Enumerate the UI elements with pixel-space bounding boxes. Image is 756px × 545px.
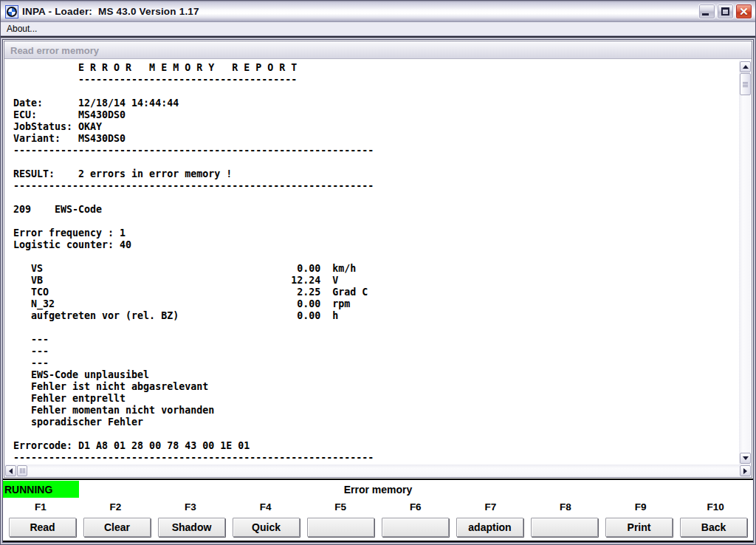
thumb-grip — [20, 468, 25, 473]
read-button[interactable]: Read — [9, 518, 76, 537]
fkey-cell-f5 — [303, 518, 378, 538]
empty-f6-button[interactable] — [382, 518, 449, 537]
clear-button[interactable]: Clear — [83, 518, 151, 537]
fkey-cell-f10: Back — [676, 518, 751, 538]
shadow-button[interactable]: Shadow — [158, 518, 225, 537]
fkey-cell-f8 — [527, 518, 602, 538]
arrow-down-icon — [743, 456, 749, 460]
minimize-icon — [702, 13, 709, 16]
close-icon: ✕ — [736, 4, 752, 18]
quick-button[interactable]: Quick — [233, 518, 300, 537]
fkey-cell-f3: Shadow — [154, 518, 229, 538]
fkey-label-f6: F6 — [378, 501, 453, 516]
fkey-label-f8: F8 — [528, 501, 603, 516]
screen-title: Error memory — [3, 480, 753, 496]
app-window: INPA - Loader: MS 43.0 Version 1.17 ✕ Ab… — [0, 0, 756, 545]
status-row: RUNNING Error memory — [3, 480, 753, 499]
read-error-memory-panel: Read error memory E R R O R M E M O R Y … — [4, 41, 752, 478]
error-memory-report: E R R O R M E M O R Y R E P O R T ------… — [4, 59, 752, 464]
fkey-cell-f2: Clear — [80, 518, 154, 538]
fkey-label-row: F1F2F3F4F5F6F7F8F9F10 — [3, 501, 753, 516]
maximize-button[interactable] — [717, 4, 734, 19]
scroll-left-button[interactable] — [5, 465, 16, 476]
fkey-label-f7: F7 — [453, 501, 529, 516]
close-button[interactable]: ✕ — [735, 4, 752, 19]
report-view: E R R O R M E M O R Y R E P O R T ------… — [4, 59, 752, 465]
title-bar: INPA - Loader: MS 43.0 Version 1.17 ✕ — [1, 1, 755, 22]
window-title: INPA - Loader: MS 43.0 Version 1.17 — [22, 6, 695, 17]
scroll-down-button[interactable] — [740, 453, 751, 464]
fkey-cell-f1: Read — [5, 518, 80, 538]
fkey-label-f3: F3 — [153, 501, 228, 516]
fkey-cell-f4: Quick — [229, 518, 303, 538]
arrow-up-icon — [743, 65, 749, 69]
adaption-button[interactable]: adaption — [456, 518, 523, 537]
minimize-button[interactable] — [698, 4, 715, 19]
fkey-label-f1: F1 — [3, 501, 78, 516]
window-body: Read error memory E R R O R M E M O R Y … — [1, 36, 755, 544]
fkey-cell-f9: Print — [602, 518, 676, 538]
empty-f5-button[interactable] — [307, 518, 374, 537]
fkey-label-f2: F2 — [78, 501, 154, 516]
thumb-grip — [743, 82, 748, 87]
bmw-roundel — [7, 7, 17, 17]
scroll-up-button[interactable] — [740, 61, 751, 72]
panel-title: Read error memory — [4, 41, 752, 59]
function-key-panel: RUNNING Error memory F1F2F3F4F5F6F7F8F9F… — [3, 479, 753, 542]
bmw-logo-icon — [5, 5, 18, 18]
fkey-button-row: ReadClearShadowQuickadaptionPrintBack — [3, 518, 753, 538]
print-button[interactable]: Print — [605, 518, 673, 537]
arrow-left-icon — [9, 468, 13, 474]
fkey-label-f5: F5 — [303, 501, 378, 516]
fkey-label-f4: F4 — [228, 501, 303, 516]
maximize-icon — [721, 7, 729, 16]
fkey-label-f9: F9 — [603, 501, 678, 516]
fkey-label-f10: F10 — [678, 501, 753, 516]
back-button[interactable]: Back — [680, 518, 747, 537]
fkey-cell-f7: adaption — [453, 518, 527, 538]
client-area: Read error memory E R R O R M E M O R Y … — [2, 39, 754, 543]
vertical-scroll-thumb[interactable] — [740, 73, 751, 95]
menu-bar: About... — [1, 22, 755, 36]
horizontal-scroll-thumb[interactable] — [17, 465, 27, 476]
fkey-cell-f6 — [378, 518, 453, 538]
scroll-right-button[interactable] — [740, 465, 751, 476]
arrow-right-icon — [743, 468, 747, 474]
menu-about[interactable]: About... — [7, 24, 37, 34]
empty-f8-button[interactable] — [531, 518, 598, 537]
status-badge: RUNNING — [3, 481, 79, 498]
horizontal-scrollbar[interactable] — [4, 465, 752, 477]
vertical-scrollbar[interactable] — [739, 61, 752, 465]
